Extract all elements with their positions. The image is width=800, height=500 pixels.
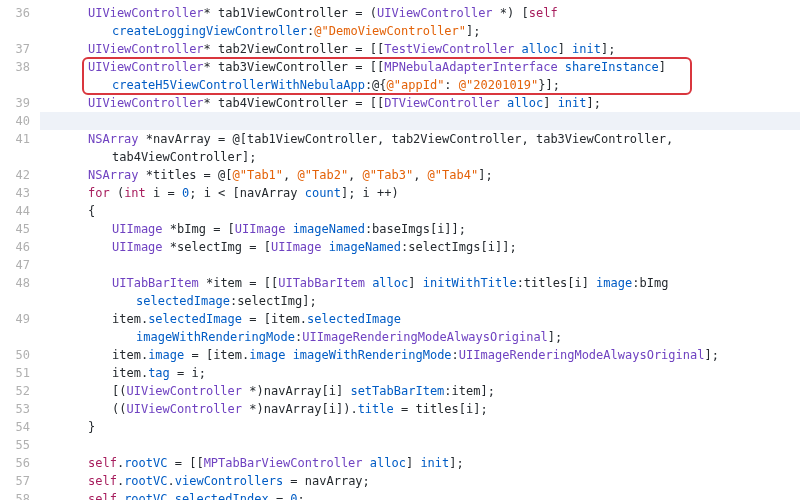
code-token: UIImage [235,222,286,236]
code-line[interactable]: [(UIViewController *)navArray[i] setTabB… [40,382,800,400]
code-line[interactable]: item.tag = i; [40,364,800,382]
code-token: :selectImg]; [230,294,317,308]
code-line[interactable]: UIViewController* tab3ViewController = [… [40,58,800,76]
code-token: ]; [587,96,601,110]
code-token: self [88,456,117,470]
code-token: MPTabBarViewController [204,456,363,470]
code-token: ]; i ++) [341,186,399,200]
code-token: = [[ [168,456,204,470]
line-number: 51 [0,364,30,382]
code-line[interactable]: tab4ViewController]; [40,148,800,166]
code-area[interactable]: UIViewController* tab1ViewController = (… [40,0,800,500]
code-token: :bImg [632,276,668,290]
code-line[interactable]: self.rootVC.viewControllers = navArray; [40,472,800,490]
code-token: selectedImage [307,312,401,326]
line-number: 44 [0,202,30,220]
code-line[interactable]: NSArray *navArray = @[tab1ViewController… [40,130,800,148]
line-number: 55 [0,436,30,454]
code-line[interactable]: for (int i = 0; i < [navArray count]; i … [40,184,800,202]
code-line[interactable]: UITabBarItem *item = [[UITabBarItem allo… [40,274,800,292]
code-token: alloc [522,42,558,56]
code-token: shareInstance [565,60,659,74]
code-token: = [item. [184,348,249,362]
code-line[interactable]: createH5ViewControllerWithNebulaApp:@{@"… [40,76,800,94]
code-token: :selectImgs[i]]; [401,240,517,254]
code-token: item. [112,366,148,380]
code-token: UIViewController [126,384,242,398]
code-line[interactable]: item.image = [item.image imageWithRender… [40,346,800,364]
code-line[interactable]: UIImage *bImg = [UIImage imageNamed:base… [40,220,800,238]
code-token: :item]; [444,384,495,398]
code-line[interactable]: UIViewController* tab2ViewController = [… [40,40,800,58]
code-line[interactable]: } [40,418,800,436]
code-line[interactable] [40,256,800,274]
code-token [322,240,329,254]
code-token: UIViewController [377,6,493,20]
code-token: :baseImgs[i]]; [365,222,466,236]
code-line[interactable]: selectedImage:selectImg]; [40,292,800,310]
code-token: *)navArray[i]). [242,402,358,416]
code-token: TestViewController [384,42,514,56]
code-token: * tab3ViewController = [[ [204,60,385,74]
code-token: UIImage [112,240,163,254]
code-token: ] [408,276,422,290]
code-token: ]; [449,456,463,470]
code-token: init [558,96,587,110]
code-token: item. [112,348,148,362]
code-token: rootVC [124,474,167,488]
code-token: ]; [601,42,615,56]
code-line[interactable] [40,112,800,130]
code-line[interactable]: imageWithRenderingMode:UIImageRenderingM… [40,328,800,346]
code-token: * tab2ViewController = [[ [204,42,385,56]
code-token [500,96,507,110]
code-token: NSArray [88,132,139,146]
code-token: }]; [538,78,560,92]
line-number: 43 [0,184,30,202]
code-token: initWithTitle [423,276,517,290]
code-token: MPNebulaAdapterInterface [384,60,557,74]
code-line[interactable] [40,436,800,454]
code-token: createLoggingViewController [112,24,307,38]
code-token: @"DemoViewController" [314,24,466,38]
code-token: = navArray; [283,474,370,488]
code-token: selectedIndex [175,492,269,500]
code-line[interactable]: self.rootVC = [[MPTabBarViewController a… [40,454,800,472]
code-token: UIImageRenderingModeAlwaysOriginal [459,348,705,362]
code-line[interactable]: { [40,202,800,220]
code-line[interactable]: createLoggingViewController:@"DemoViewCo… [40,22,800,40]
code-line[interactable]: UIViewController* tab1ViewController = (… [40,4,800,22]
code-token: = [item. [242,312,307,326]
code-token: alloc [370,456,406,470]
line-number: 52 [0,382,30,400]
code-token: NSArray [88,168,139,182]
code-token: tab4ViewController]; [112,150,257,164]
code-line[interactable]: item.selectedImage = [item.selectedImage [40,310,800,328]
line-number: 49 [0,310,30,328]
code-token: = [269,492,291,500]
code-token: @"Tab2" [298,168,349,182]
code-token: rootVC [124,456,167,470]
code-token: @"Tab1" [233,168,284,182]
code-token: = titles[i]; [394,402,488,416]
code-token: *)navArray[i] [242,384,350,398]
line-number: 38 [0,58,30,76]
line-number: 36 [0,4,30,22]
code-token: image [148,348,184,362]
code-token: DTViewController [384,96,500,110]
code-line[interactable]: UIViewController* tab4ViewController = [… [40,94,800,112]
code-token: :titles[i] [517,276,596,290]
code-line[interactable]: self.rootVC.selectedIndex = 0; [40,490,800,500]
code-token: ; i < [navArray [189,186,305,200]
code-token: [( [112,384,126,398]
code-token: . [168,474,175,488]
code-token: UIViewController [88,96,204,110]
code-token: UIViewController [88,6,204,20]
code-line[interactable]: UIImage *selectImg = [UIImage imageNamed… [40,238,800,256]
code-line[interactable]: NSArray *titles = @[@"Tab1", @"Tab2", @"… [40,166,800,184]
code-token: : [452,348,459,362]
code-token: ]; [478,168,492,182]
code-line[interactable]: ((UIViewController *)navArray[i]).title … [40,400,800,418]
code-token: @"Tab4" [428,168,479,182]
line-number-gutter: 3637383940414243444546474849505152535455… [0,0,40,500]
code-token [285,222,292,236]
